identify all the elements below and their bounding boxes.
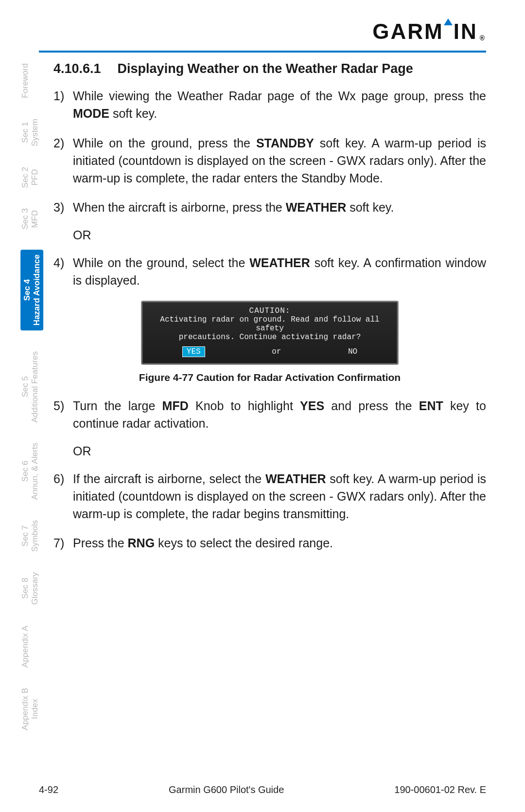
caution-line-2: precautions. Continue activating radar?	[149, 333, 391, 342]
registered-mark: ®	[480, 34, 486, 42]
step-2: 2) While on the ground, press the STANDB…	[53, 134, 486, 187]
step-3: 3) When the aircraft is airborne, press …	[53, 198, 486, 216]
footer-page-number: 4-92	[39, 784, 58, 795]
figure-caption: Figure 4-77 Caution for Radar Activation…	[53, 372, 486, 383]
footer-doc-rev: 190-00601-02 Rev. E	[394, 784, 486, 795]
header-rule	[39, 51, 486, 53]
section-heading: 4.10.6.1Displaying Weather on the Weathe…	[53, 61, 486, 76]
tab-foreword[interactable]: Foreword	[20, 63, 30, 98]
tab-sec6-annun-alerts[interactable]: Sec 6Annun. & Alerts	[20, 443, 39, 500]
step-1: 1) While viewing the Weather Radar page …	[53, 87, 486, 123]
step-7: 7) Press the RNG keys to select the desi…	[53, 534, 486, 552]
tab-appendix-b-index[interactable]: Appendix BIndex	[20, 688, 39, 730]
tab-sec4-hazard-avoidance[interactable]: Sec 4Hazard Avoidance	[20, 250, 43, 330]
tab-appendix-a[interactable]: Appendix A	[20, 626, 30, 668]
tab-sec5-additional-features[interactable]: Sec 5Additional Features	[20, 351, 39, 422]
or-separator-1: OR	[73, 228, 486, 242]
or-separator-2: OR	[73, 444, 486, 458]
tab-sec8-glossary[interactable]: Sec 8Glossary	[20, 572, 39, 605]
page-footer: 4-92 Garmin G600 Pilot's Guide 190-00601…	[39, 784, 486, 795]
page-content: 4.10.6.1Displaying Weather on the Weathe…	[53, 61, 486, 552]
tab-sec1-system[interactable]: Sec 1System	[20, 119, 39, 146]
caution-no-button[interactable]: NO	[348, 347, 357, 356]
caution-or-label: or	[272, 347, 281, 356]
step-4: 4) While on the ground, select the WEATH…	[53, 254, 486, 289]
brand-logo: GARMIN®	[372, 19, 486, 44]
caution-yes-button[interactable]: YES	[182, 346, 205, 357]
tab-sec3-mfd[interactable]: Sec 3MFD	[20, 208, 39, 229]
logo-delta-icon	[444, 18, 453, 25]
step-6: 6) If the aircraft is airborne, select t…	[53, 470, 486, 523]
caution-title: CAUTION:	[149, 307, 391, 315]
caution-line-1: Activating radar on ground. Read and fol…	[149, 315, 391, 333]
section-title: Displaying Weather on the Weather Radar …	[118, 61, 413, 76]
tab-sec2-pfd[interactable]: Sec 2PFD	[20, 167, 39, 188]
footer-doc-title: Garmin G600 Pilot's Guide	[169, 784, 284, 795]
page-header: GARMIN®	[39, 19, 486, 49]
section-tabs: Foreword Sec 1System Sec 2PFD Sec 3MFD S…	[20, 63, 43, 751]
step-5: 5) Turn the large MFD Knob to highlight …	[53, 397, 486, 433]
tab-sec7-symbols[interactable]: Sec 7Symbols	[20, 520, 39, 552]
caution-dialog: CAUTION: Activating radar on ground. Rea…	[141, 301, 399, 365]
section-number: 4.10.6.1	[53, 61, 101, 76]
